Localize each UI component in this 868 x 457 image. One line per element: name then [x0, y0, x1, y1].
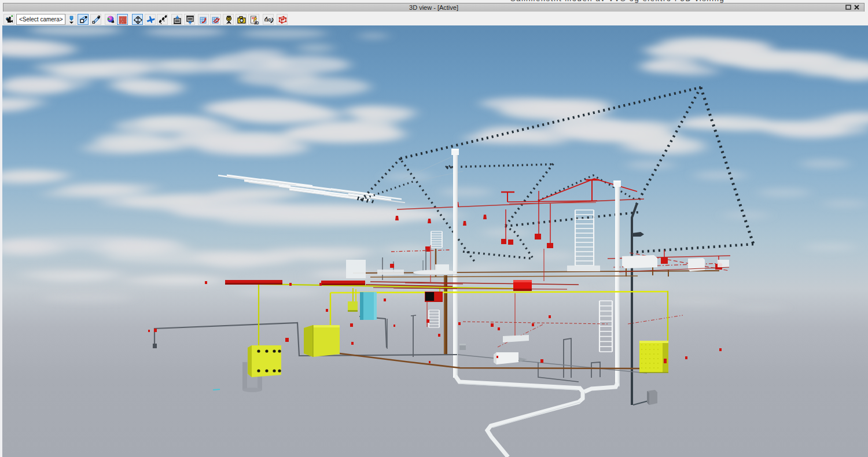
svg-text:3D: 3D [254, 21, 259, 25]
